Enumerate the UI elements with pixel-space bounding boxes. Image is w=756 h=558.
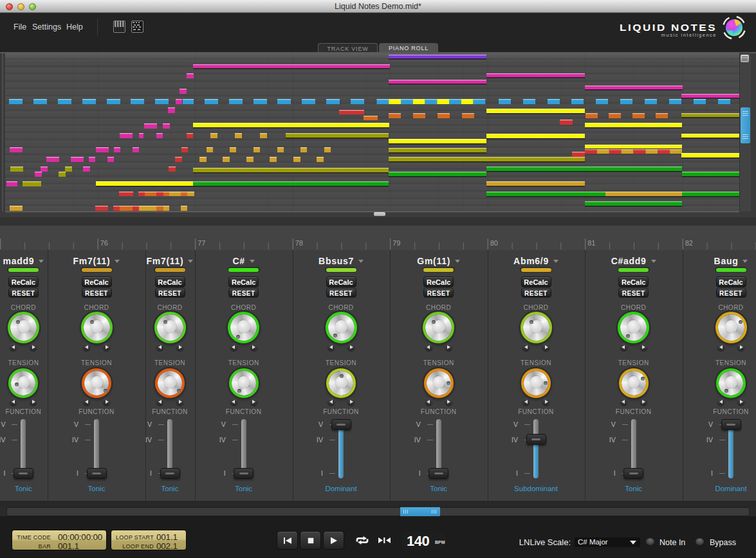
svg-text:79: 79 [392, 239, 400, 247]
svg-text:81: 81 [587, 239, 595, 247]
svg-text:76: 76 [100, 239, 108, 247]
svg-text:77: 77 [198, 239, 205, 247]
svg-text:78: 78 [295, 239, 303, 247]
svg-text:80: 80 [490, 239, 498, 247]
svg-text:82: 82 [685, 239, 693, 247]
